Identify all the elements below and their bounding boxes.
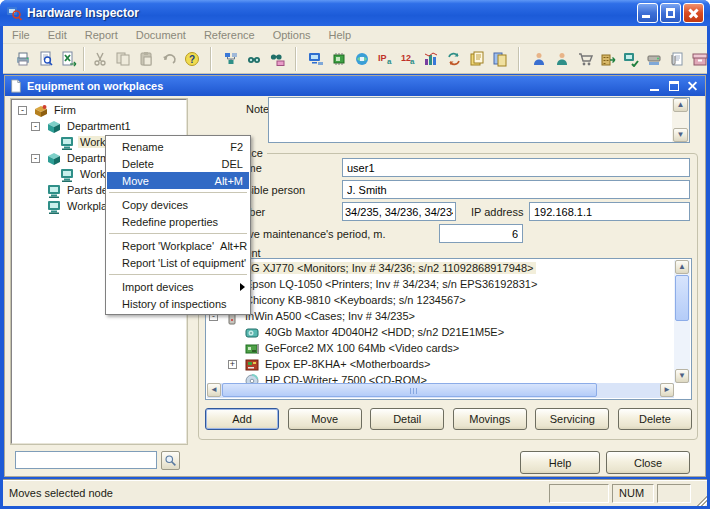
note-textarea[interactable] [268,97,690,143]
toolbar-group-find [215,47,292,70]
equipment-item-text[interactable]: GeForce2 MX 100 64Mb <Video cards> [262,342,462,354]
equipment-item-text[interactable]: InWin A500 <Cases; Inv # 34/235> [242,310,418,322]
menu-item-copy-devices[interactable]: Copy devices [107,196,249,213]
child-close-button[interactable] [685,79,701,93]
scrollbar-thumb[interactable] [222,383,597,397]
child-window-title: Equipment on workplaces [27,80,644,92]
close-button[interactable] [683,3,704,23]
equipment-item-text[interactable]: Epox EP-8KHA+ <Motherboards> [262,358,433,370]
menu-item-import-devices[interactable]: Import devices [107,278,249,295]
help-button[interactable]: Help [520,451,600,474]
tree-node-department1[interactable]: - Department1 [12,119,184,135]
maintenance-period-field[interactable] [439,224,523,243]
tree-node-label[interactable]: Firm [52,104,78,116]
equipment-horizontal-scrollbar[interactable]: ◄ ► [207,383,674,398]
tree-node-firm[interactable]: - Firm [12,103,184,119]
devices-icon[interactable] [350,47,373,70]
menu-item-move[interactable]: Move Alt+M [107,172,249,189]
undo-icon[interactable] [157,47,180,70]
responsible-persons-icon[interactable] [550,47,573,70]
documents-icon[interactable] [465,47,488,70]
print-preview-icon[interactable] [34,47,57,70]
close-dialog-button[interactable]: Close [606,451,690,474]
child-maximize-button[interactable] [666,79,682,93]
menu-item-history-of-inspections[interactable]: History of inspections [107,295,249,312]
menubar-item-report[interactable]: Report [76,27,127,43]
help-icon[interactable] [180,47,203,70]
menubar-item-reference[interactable]: Reference [195,27,264,43]
search-button[interactable] [161,451,180,470]
scroll-up-icon[interactable]: ▲ [673,98,688,112]
maximize-button[interactable] [660,3,681,23]
equipment-item-text[interactable]: 40Gb Maxtor 4D040H2 <HDD; s/n2 D21E1M5E> [262,326,507,338]
detail-button[interactable]: Detail [370,408,444,430]
move-button[interactable]: Move [288,408,362,430]
menubar-item-options[interactable]: Options [264,27,320,43]
scroll-up-icon[interactable]: ▲ [675,260,689,274]
menu-item-report-list-of-equipment[interactable]: Report 'List of equipment' [107,254,249,271]
minimize-button[interactable] [637,3,658,23]
menubar-item-help[interactable]: Help [320,27,361,43]
scroll-left-icon[interactable]: ◄ [207,383,221,397]
find-device-icon[interactable] [265,47,288,70]
print-icon[interactable] [11,47,34,70]
archive-icon[interactable] [688,47,710,70]
scroll-right-icon[interactable]: ► [660,383,674,397]
toolbar [3,44,707,74]
expand-icon[interactable]: + [228,360,237,369]
find-icon[interactable] [242,47,265,70]
inv-number-field[interactable] [342,202,456,221]
scroll-down-icon[interactable]: ▼ [673,128,688,142]
child-titlebar[interactable]: Equipment on workplaces [5,76,705,96]
menu-item-report-workplace[interactable]: Report 'Workplace' Alt+R [107,237,249,254]
search-input[interactable] [15,451,157,469]
equipment-item-text[interactable]: LG XJ770 <Monitors; Inv # 34/236; s/n2 1… [242,262,536,274]
purchases-icon[interactable] [573,47,596,70]
resize-grip[interactable] [694,493,707,506]
servicing-icon[interactable] [619,47,642,70]
scroll-down-icon[interactable]: ▼ [675,369,689,383]
ip-address-field[interactable] [529,202,690,221]
main-titlebar[interactable]: Hardware Inspector [0,0,710,26]
vendors-icon[interactable] [596,47,619,70]
collapse-icon[interactable]: - [31,122,40,131]
motherboard-icon [244,357,260,372]
cut-icon[interactable] [88,47,111,70]
add-button[interactable]: Add [205,408,279,430]
collapse-icon[interactable]: - [31,154,40,163]
menubar-item-file[interactable]: File [3,27,39,43]
inventory-numbers-icon[interactable] [396,47,419,70]
equipment-vertical-scrollbar[interactable]: ▲ ▼ [674,260,690,383]
equipment-item-text[interactable]: Chicony KB-9810 <Keyboards; s/n 1234567> [242,294,469,306]
note-scrollbar[interactable]: ▲ ▼ [672,98,689,142]
ip-addresses-icon[interactable] [373,47,396,70]
movings-icon[interactable] [442,47,465,70]
menubar-item-edit[interactable]: Edit [39,27,76,43]
equipment-item-text[interactable]: Epson LQ-1050 <Printers; Inv # 34/234; s… [242,278,540,290]
copy-icon[interactable] [111,47,134,70]
menu-item-redefine-properties[interactable]: Redefine properties [107,213,249,230]
contracts-icon[interactable] [665,47,688,70]
employees-icon[interactable] [527,47,550,70]
user-name-field[interactable] [342,158,690,177]
tree-node-label[interactable]: Department1 [65,120,133,132]
collapse-icon[interactable]: - [18,106,27,115]
servicing-button[interactable]: Servicing [535,408,609,430]
menu-item-rename[interactable]: Rename F2 [107,138,249,155]
responsible-person-field[interactable] [342,180,690,199]
scrollbar-thumb[interactable] [675,275,689,321]
menubar-item-document[interactable]: Document [127,27,195,43]
menu-item-delete[interactable]: Delete DEL [107,155,249,172]
find-workplace-icon[interactable] [219,47,242,70]
delete-button[interactable]: Delete [618,408,692,430]
paste-icon[interactable] [134,47,157,70]
parts-depot-icon[interactable] [642,47,665,70]
statistics-icon[interactable] [419,47,442,70]
child-minimize-button[interactable] [647,79,663,93]
export-icon[interactable] [57,47,80,70]
workplaces-icon[interactable] [304,47,327,70]
orders-icon[interactable] [488,47,511,70]
movings-button[interactable]: Movings [453,408,527,430]
workplace-icon [46,183,62,198]
device-models-icon[interactable] [327,47,350,70]
